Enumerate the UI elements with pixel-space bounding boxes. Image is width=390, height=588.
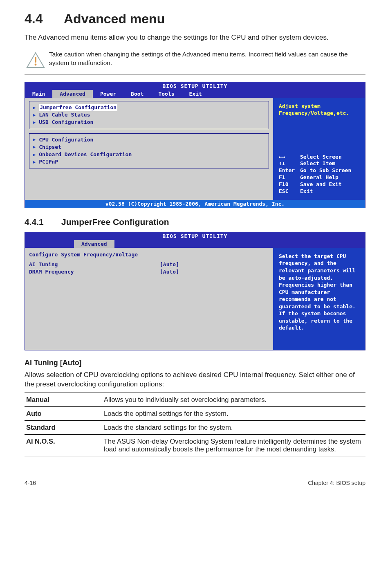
definitions-table: Manual Allows you to individually set ov… <box>25 393 365 456</box>
table-row: Auto Loads the optimal settings for the … <box>25 406 365 420</box>
intro-paragraph: The Advanced menu items allow you to cha… <box>25 33 365 43</box>
tab-exit[interactable]: Exit <box>182 90 209 98</box>
bios-panel-jumperfree: BIOS SETUP UTILITY Advanced Configure Sy… <box>25 232 365 350</box>
bios-key-row: F10Save and Exit <box>279 181 359 188</box>
page-footer: 4-16 Chapter 4: BIOS setup <box>25 477 365 486</box>
bios-footer: v02.58 (C)Copyright 1985-2006, American … <box>25 200 365 208</box>
bios-item-label: LAN Cable Status <box>39 111 90 119</box>
bios-group-2: ▶CPU Configuration ▶Chipset ▶Onboard Dev… <box>29 133 269 169</box>
submenu-arrow-icon: ▶ <box>33 119 36 126</box>
def-term: Auto <box>25 406 102 420</box>
bios-heading: Configure System Frequency/Voltage <box>29 251 269 258</box>
tab-main[interactable]: Main <box>25 90 52 98</box>
bios-item-value: [Auto] <box>160 261 179 268</box>
bios-key-row: ESCExit <box>279 188 359 195</box>
tab-boot[interactable]: Boot <box>123 90 151 98</box>
bios-item-pcipnp[interactable]: ▶PCIPnP <box>33 158 265 166</box>
bios-key: F1 <box>279 174 300 181</box>
def-desc: Loads the standard settings for the syst… <box>102 420 365 434</box>
bios-key: ESC <box>279 188 300 195</box>
submenu-arrow-icon: ▶ <box>33 112 36 119</box>
caution-text: Take caution when changing the settings … <box>49 50 365 67</box>
tab-power[interactable]: Power <box>93 90 123 98</box>
tab-advanced[interactable]: Advanced <box>74 240 114 248</box>
def-desc: Loads the optimal settings for the syste… <box>102 406 365 420</box>
bios-key-row: ←→Select Screen <box>279 154 359 161</box>
bios-key-desc: Go to Sub Screen <box>300 167 351 174</box>
bios-key-desc: Save and Exit <box>300 181 342 188</box>
def-term: Manual <box>25 393 102 406</box>
bios-key-row: EnterGo to Sub Screen <box>279 167 359 174</box>
bios-item-onboard[interactable]: ▶Onboard Devices Configuration <box>33 151 265 158</box>
bios-item-lan-cable[interactable]: ▶LAN Cable Status <box>33 111 265 119</box>
caution-box: Take caution when changing the settings … <box>25 46 365 74</box>
bios-key: Enter <box>279 167 300 174</box>
submenu-arrow-icon: ▶ <box>33 151 36 158</box>
caution-icon <box>25 50 49 70</box>
svg-point-2 <box>35 64 37 66</box>
bios-key-desc: Exit <box>300 188 313 195</box>
bios-item-label: Jumperfree Configuration <box>39 104 117 111</box>
submenu-arrow-icon: ▶ <box>33 159 36 166</box>
def-term: AI N.O.S. <box>25 434 102 456</box>
subsection-number: 4.4.1 <box>25 217 61 227</box>
table-row: Manual Allows you to individually set ov… <box>25 393 365 406</box>
chapter-label: Chapter 4: BIOS setup <box>308 480 365 486</box>
submenu-arrow-icon: ▶ <box>33 144 36 150</box>
bios-title: BIOS SETUP UTILITY <box>25 232 365 240</box>
bios-item-usb-config[interactable]: ▶USB Configuration <box>33 119 265 126</box>
bios-key: ←→ <box>279 154 300 161</box>
bios-heading-label: Configure System Frequency/Voltage <box>29 251 138 258</box>
tab-tools[interactable]: Tools <box>151 90 182 98</box>
submenu-arrow-icon: ▶ <box>33 104 36 111</box>
param-heading: AI Tuning [Auto] <box>25 359 365 367</box>
bios-item-label: CPU Configuration <box>39 136 93 144</box>
bios-item-label: PCIPnP <box>39 158 58 166</box>
section-title: 4.4Advanced menu <box>25 11 365 27</box>
bios-item-label: Chipset <box>39 144 61 151</box>
bios-title: BIOS SETUP UTILITY <box>25 82 365 90</box>
bios-left-pane: ▶Jumperfree Configuration ▶LAN Cable Sta… <box>25 98 273 200</box>
bios-key-desc: Select Screen <box>300 154 342 161</box>
bios-item-dram-frequency[interactable]: DRAM Frequency[Auto] <box>29 268 269 276</box>
bios-key: F10 <box>279 181 300 188</box>
section-number: 4.4 <box>25 11 64 27</box>
subsection-title: 4.4.1JumperFree Configuration <box>25 217 365 227</box>
def-desc: The ASUS Non-delay Overclocking System f… <box>102 434 365 456</box>
bios-item-ai-tuning[interactable]: AI Tuning[Auto] <box>29 261 269 268</box>
bios-key-legend: ←→Select Screen ↑↓Select Item EnterGo to… <box>279 154 359 195</box>
bios-key-desc: General Help <box>300 174 338 181</box>
page-number: 4-16 <box>25 480 36 486</box>
bios-key-row: F1General Help <box>279 174 359 181</box>
bios-item-value: [Auto] <box>160 268 179 276</box>
bios-item-cpu-config[interactable]: ▶CPU Configuration <box>33 136 265 144</box>
bios-tabs: Main Advanced Power Boot Tools Exit <box>25 90 365 98</box>
def-desc: Allows you to individually set overclock… <box>102 393 365 406</box>
def-term: Standard <box>25 420 102 434</box>
bios-key-desc: Select Item <box>300 160 335 167</box>
subsection-title-text: JumperFree Configuration <box>61 217 169 227</box>
section-title-text: Advanced menu <box>64 11 165 26</box>
bios-hint: Adjust system Frequency/Voltage,etc. <box>279 103 359 117</box>
bios-right-pane: Select the target CPU frequency, and the… <box>273 248 365 321</box>
bios-key-row: ↑↓Select Item <box>279 160 359 167</box>
bios-item-key: DRAM Frequency <box>29 268 160 276</box>
bios-hint: Select the target CPU frequency, and the… <box>279 253 359 332</box>
bios-item-jumperfree[interactable]: ▶Jumperfree Configuration <box>33 104 265 111</box>
bios-item-label: USB Configuration <box>39 119 93 126</box>
bios-panel-advanced: BIOS SETUP UTILITY Main Advanced Power B… <box>25 82 365 208</box>
table-row: AI N.O.S. The ASUS Non-delay Overclockin… <box>25 434 365 456</box>
bios-item-key: AI Tuning <box>29 261 160 268</box>
bios-tabs: Advanced <box>25 240 365 248</box>
bios-item-label: Onboard Devices Configuration <box>39 151 132 158</box>
param-description: Allows selection of CPU overclocking opt… <box>25 370 365 389</box>
tab-advanced[interactable]: Advanced <box>52 90 93 98</box>
bios-group-1: ▶Jumperfree Configuration ▶LAN Cable Sta… <box>29 101 269 129</box>
bios-right-pane: Adjust system Frequency/Voltage,etc. ←→S… <box>273 98 365 200</box>
svg-rect-1 <box>35 57 36 63</box>
submenu-arrow-icon: ▶ <box>33 136 36 143</box>
bios-item-chipset[interactable]: ▶Chipset <box>33 144 265 151</box>
table-row: Standard Loads the standard settings for… <box>25 420 365 434</box>
bios-left-pane: Configure System Frequency/Voltage AI Tu… <box>25 248 273 350</box>
bios-key: ↑↓ <box>279 160 300 167</box>
